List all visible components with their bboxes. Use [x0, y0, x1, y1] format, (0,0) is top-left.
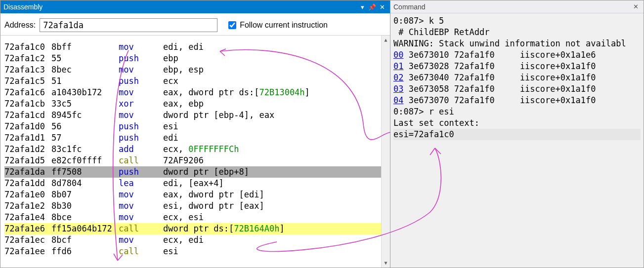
command-line: 04 3e673070 72afa1f0 iiscore+0x1a1f0 [393, 95, 641, 106]
disasm-row[interactable]: 72afa1d5e82cf0ffffcall72AF9206 [4, 155, 381, 166]
disasm-row[interactable]: 72afa1cb33c5xoreax, ebp [4, 98, 381, 110]
address-label: Address: [4, 21, 36, 30]
command-panel: Command ✕ 0:087> k 5 # ChildEBP RetAddrW… [390, 0, 644, 268]
disasm-row[interactable]: 72afa1c08bffmovedi, edi [4, 41, 381, 53]
disassembly-titlebar[interactable]: Disassembly ▾ 📌 ✕ [0, 0, 390, 13]
command-line: Last set context: [393, 117, 641, 129]
command-title: Command [393, 3, 631, 11]
address-input[interactable] [40, 18, 217, 32]
stack-frame-link[interactable]: 04 [393, 95, 403, 105]
disasm-row[interactable] [4, 36, 381, 41]
disasm-row[interactable]: 72afa1e08b07moveax, dword ptr [edi] [4, 189, 381, 200]
command-line: 00 3e673010 72afa1f0 iiscore+0x1a1e6 [393, 49, 641, 61]
disasm-row[interactable]: 72afa1eeffd6callesi [4, 246, 381, 257]
close-icon[interactable]: ✕ [377, 3, 387, 11]
disasm-row[interactable]: 72afa1c255pushebp [4, 53, 381, 64]
disasm-row[interactable]: 72afa1e6ff15a064b172calldword ptr ds:[72… [4, 223, 381, 234]
disasm-row[interactable]: 72afa1daff7508pushdword ptr [ebp+8] [4, 166, 381, 178]
disassembly-title: Disassembly [3, 3, 357, 11]
command-line: 03 3e673058 72afa1f0 iiscore+0x1a1f0 [393, 83, 641, 95]
disasm-row[interactable]: 72afa1d056pushesi [4, 121, 381, 132]
command-line: # ChildEBP RetAddr [393, 27, 641, 38]
disasm-row[interactable]: 72afa1cd8945fcmovdword ptr [ebp-4], eax [4, 110, 381, 121]
pin-icon[interactable]: 📌 [367, 3, 377, 11]
stack-frame-link[interactable]: 00 [393, 50, 403, 60]
address-bar: Address: Follow current instruction [0, 13, 390, 36]
disasm-row[interactable]: 72afa1d283c1fcaddecx, 0FFFFFFFCh [4, 144, 381, 155]
command-titlebar[interactable]: Command ✕ [390, 0, 644, 13]
scrollbar[interactable]: ▲ ▼ [381, 36, 390, 268]
stack-frame-link[interactable]: 02 [393, 73, 403, 82]
command-line: 02 3e673040 72afa1f0 iiscore+0x1a1f0 [393, 72, 641, 83]
scroll-down-icon[interactable]: ▼ [382, 259, 390, 268]
follow-checkbox[interactable] [228, 21, 236, 29]
disasm-row[interactable]: 72afa1d157pushedi [4, 132, 381, 144]
disasm-row[interactable]: 72afa1c6a10430b172moveax, dword ptr ds:[… [4, 87, 381, 98]
disasm-row[interactable]: 72afa1c551pushecx [4, 76, 381, 87]
stack-frame-link[interactable]: 01 [393, 61, 403, 71]
command-line: esi=72afa1c0 [393, 129, 641, 140]
scroll-up-icon[interactable]: ▲ [382, 36, 390, 44]
command-output[interactable]: 0:087> k 5 # ChildEBP RetAddrWARNING: St… [390, 13, 644, 268]
disasm-row[interactable]: 72afa1e48bcemovecx, esi [4, 212, 381, 223]
disasm-row[interactable]: 72afa1c38becmovebp, esp [4, 64, 381, 76]
stack-frame-link[interactable]: 03 [393, 84, 403, 94]
follow-label: Follow current instruction [240, 21, 328, 30]
command-line: 0:087> r esi [393, 106, 641, 117]
close-icon[interactable]: ✕ [631, 3, 641, 10]
command-line: 01 3e673028 72afa1f0 iiscore+0x1a1f0 [393, 61, 641, 72]
command-line: WARNING: Stack unwind information not av… [393, 38, 641, 49]
disassembly-panel: Disassembly ▾ 📌 ✕ Address: Follow curren… [0, 0, 390, 268]
follow-checkbox-group[interactable]: Follow current instruction [226, 20, 328, 31]
disasm-row[interactable]: 72afa1ec8bcfmovecx, edi [4, 234, 381, 246]
disasm-row[interactable]: 72afa1dd8d7804leaedi, [eax+4] [4, 178, 381, 189]
window-dropdown-icon[interactable]: ▾ [357, 3, 367, 11]
command-line: 0:087> k 5 [393, 15, 641, 27]
disasm-row[interactable]: 72afa1e28b30movesi, dword ptr [eax] [4, 200, 381, 212]
disassembly-listing[interactable]: 72afa1c08bffmovedi, edi72afa1c255pushebp… [0, 36, 390, 268]
